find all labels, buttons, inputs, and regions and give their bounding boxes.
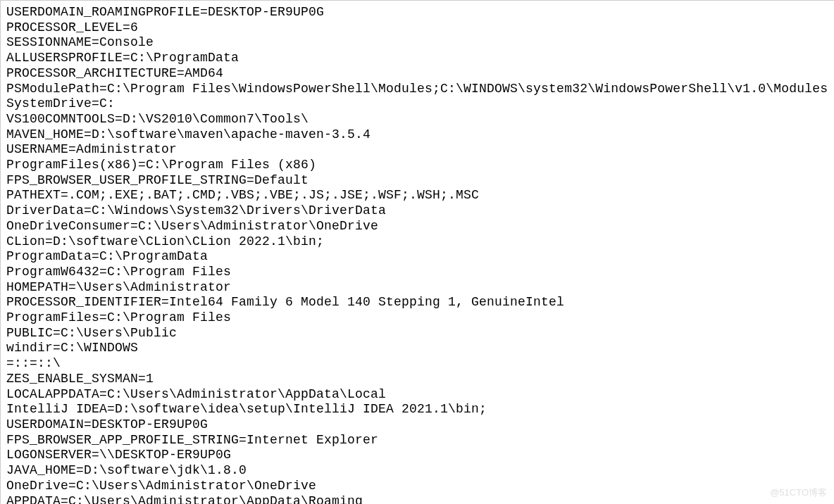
env-var-line: =::=::\ xyxy=(6,356,828,372)
env-var-line: ProgramW6432=C:\Program Files xyxy=(6,265,828,280)
env-var-line: USERDOMAIN=DESKTOP-ER9UP0G xyxy=(6,417,828,433)
env-var-line: USERDOMAIN_ROAMINGPROFILE=DESKTOP-ER9UP0… xyxy=(6,5,828,20)
env-var-line: IntelliJ IDEA=D:\software\idea\setup\Int… xyxy=(6,402,828,417)
env-var-line: HOMEPATH=\Users\Administrator xyxy=(6,280,828,296)
env-var-line: VS100COMNTOOLS=D:\VS2010\Common7\Tools\ xyxy=(6,112,828,127)
env-var-line: PUBLIC=C:\Users\Public xyxy=(6,326,828,341)
env-var-line: USERNAME=Administrator xyxy=(6,142,828,158)
env-var-line: FPS_BROWSER_USER_PROFILE_STRING=Default xyxy=(6,173,828,189)
env-var-line: LOGONSERVER=\\DESKTOP-ER9UP0G xyxy=(6,448,828,463)
console-output: USERDOMAIN_ROAMINGPROFILE=DESKTOP-ER9UP0… xyxy=(6,5,828,504)
env-var-line: PROCESSOR_LEVEL=6 xyxy=(6,20,828,36)
env-var-line: FPS_BROWSER_APP_PROFILE_STRING=Internet … xyxy=(6,433,828,448)
env-var-line: SystemDrive=C: xyxy=(6,96,828,112)
env-var-line: CLion=D:\software\CLion\CLion 2022.1\bin… xyxy=(6,234,828,250)
env-var-line: ProgramFiles=C:\Program Files xyxy=(6,310,828,326)
watermark: @51CTO博客 xyxy=(770,485,827,500)
env-var-line: PSModulePath=C:\Program Files\WindowsPow… xyxy=(6,82,828,97)
env-var-line: APPDATA=C:\Users\Administrator\AppData\R… xyxy=(6,494,828,505)
env-var-line: MAVEN_HOME=D:\software\maven\apache-mave… xyxy=(6,127,828,143)
env-var-line: PATHEXT=.COM;.EXE;.BAT;.CMD;.VBS;.VBE;.J… xyxy=(6,188,828,203)
env-var-line: SESSIONNAME=Console xyxy=(6,35,828,51)
env-var-line: PROCESSOR_ARCHITECTURE=AMD64 xyxy=(6,66,828,82)
env-var-line: windir=C:\WINDOWS xyxy=(6,341,828,356)
env-var-line: DriverData=C:\Windows\System32\Drivers\D… xyxy=(6,203,828,219)
env-var-line: ProgramData=C:\ProgramData xyxy=(6,249,828,265)
env-var-line: PROCESSOR_IDENTIFIER=Intel64 Family 6 Mo… xyxy=(6,295,828,310)
env-var-line: LOCALAPPDATA=C:\Users\Administrator\AppD… xyxy=(6,387,828,403)
env-var-line: OneDriveConsumer=C:\Users\Administrator\… xyxy=(6,219,828,234)
env-var-line: ProgramFiles(x86)=C:\Program Files (x86) xyxy=(6,158,828,173)
env-var-line: JAVA_HOME=D:\software\jdk\1.8.0 xyxy=(6,463,828,479)
env-var-line: OneDrive=C:\Users\Administrator\OneDrive xyxy=(6,479,828,494)
env-var-line: ZES_ENABLE_SYSMAN=1 xyxy=(6,372,828,387)
env-var-line: ALLUSERSPROFILE=C:\ProgramData xyxy=(6,51,828,66)
